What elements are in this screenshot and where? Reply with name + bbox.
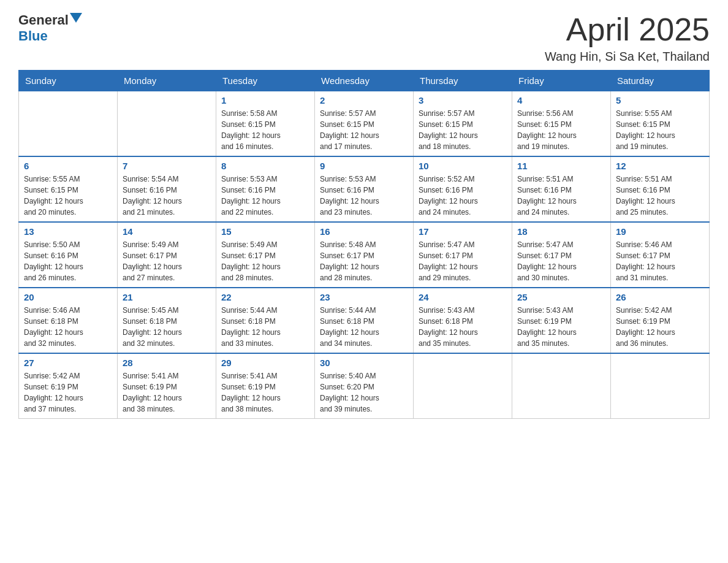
table-row: 6Sunrise: 5:55 AM Sunset: 6:15 PM Daylig… [19,156,118,222]
table-row: 20Sunrise: 5:46 AM Sunset: 6:18 PM Dayli… [19,288,118,353]
day-number: 29 [221,358,309,368]
day-info: Sunrise: 5:45 AM Sunset: 6:18 PM Dayligh… [123,305,211,349]
day-number: 27 [24,358,112,368]
table-row: 3Sunrise: 5:57 AM Sunset: 6:15 PM Daylig… [414,91,512,157]
calendar-week-row: 13Sunrise: 5:50 AM Sunset: 6:16 PM Dayli… [19,222,710,288]
calendar-week-row: 6Sunrise: 5:55 AM Sunset: 6:15 PM Daylig… [19,156,710,222]
table-row: 15Sunrise: 5:49 AM Sunset: 6:17 PM Dayli… [216,222,315,288]
table-row: 7Sunrise: 5:54 AM Sunset: 6:16 PM Daylig… [118,156,216,222]
day-info: Sunrise: 5:47 AM Sunset: 6:17 PM Dayligh… [517,239,605,283]
day-info: Sunrise: 5:55 AM Sunset: 6:15 PM Dayligh… [616,108,704,152]
logo: General Blue [18,12,82,44]
logo-general-text: General [18,12,69,28]
table-row: 24Sunrise: 5:43 AM Sunset: 6:18 PM Dayli… [414,288,512,353]
day-number: 22 [221,292,309,302]
day-info: Sunrise: 5:44 AM Sunset: 6:18 PM Dayligh… [320,305,408,349]
calendar-week-row: 20Sunrise: 5:46 AM Sunset: 6:18 PM Dayli… [19,288,710,353]
table-row [414,353,512,419]
table-row: 8Sunrise: 5:53 AM Sunset: 6:16 PM Daylig… [216,156,315,222]
day-info: Sunrise: 5:49 AM Sunset: 6:17 PM Dayligh… [123,239,211,283]
day-number: 10 [419,161,507,171]
table-row: 23Sunrise: 5:44 AM Sunset: 6:18 PM Dayli… [315,288,414,353]
day-number: 11 [517,161,605,171]
table-row: 11Sunrise: 5:51 AM Sunset: 6:16 PM Dayli… [512,156,611,222]
day-number: 24 [419,292,507,302]
col-friday: Friday [512,71,611,91]
day-number: 17 [419,226,507,237]
day-number: 14 [123,226,211,237]
day-number: 4 [517,95,605,105]
day-number: 16 [320,226,408,237]
day-info: Sunrise: 5:47 AM Sunset: 6:17 PM Dayligh… [419,239,507,283]
calendar-week-row: 1Sunrise: 5:58 AM Sunset: 6:15 PM Daylig… [19,91,710,157]
title-block: April 2025 Wang Hin, Si Sa Ket, Thailand [545,12,710,64]
day-info: Sunrise: 5:40 AM Sunset: 6:20 PM Dayligh… [320,370,408,415]
col-wednesday: Wednesday [315,71,414,91]
calendar-header-row: Sunday Monday Tuesday Wednesday Thursday… [19,71,710,91]
day-number: 2 [320,95,408,105]
table-row [611,353,710,419]
day-info: Sunrise: 5:57 AM Sunset: 6:15 PM Dayligh… [419,108,507,152]
calendar-table: Sunday Monday Tuesday Wednesday Thursday… [18,70,710,419]
table-row: 9Sunrise: 5:53 AM Sunset: 6:16 PM Daylig… [315,156,414,222]
table-row: 1Sunrise: 5:58 AM Sunset: 6:15 PM Daylig… [216,91,315,157]
day-info: Sunrise: 5:53 AM Sunset: 6:16 PM Dayligh… [320,174,408,218]
day-number: 21 [123,292,211,302]
day-info: Sunrise: 5:58 AM Sunset: 6:15 PM Dayligh… [221,108,309,152]
day-number: 13 [24,226,112,237]
day-info: Sunrise: 5:55 AM Sunset: 6:15 PM Dayligh… [24,174,112,218]
table-row [118,91,216,157]
day-info: Sunrise: 5:43 AM Sunset: 6:18 PM Dayligh… [419,305,507,349]
table-row: 16Sunrise: 5:48 AM Sunset: 6:17 PM Dayli… [315,222,414,288]
day-info: Sunrise: 5:51 AM Sunset: 6:16 PM Dayligh… [616,174,704,218]
table-row [512,353,611,419]
day-info: Sunrise: 5:53 AM Sunset: 6:16 PM Dayligh… [221,174,309,218]
day-number: 23 [320,292,408,302]
table-row [19,91,118,157]
day-info: Sunrise: 5:42 AM Sunset: 6:19 PM Dayligh… [616,305,704,349]
col-monday: Monday [118,71,216,91]
day-info: Sunrise: 5:46 AM Sunset: 6:17 PM Dayligh… [616,239,704,283]
table-row: 14Sunrise: 5:49 AM Sunset: 6:17 PM Dayli… [118,222,216,288]
day-info: Sunrise: 5:49 AM Sunset: 6:17 PM Dayligh… [221,239,309,283]
day-number: 7 [123,161,211,171]
table-row: 22Sunrise: 5:44 AM Sunset: 6:18 PM Dayli… [216,288,315,353]
day-number: 30 [320,358,408,368]
table-row: 10Sunrise: 5:52 AM Sunset: 6:16 PM Dayli… [414,156,512,222]
col-tuesday: Tuesday [216,71,315,91]
table-row: 12Sunrise: 5:51 AM Sunset: 6:16 PM Dayli… [611,156,710,222]
day-number: 9 [320,161,408,171]
day-number: 5 [616,95,704,105]
day-number: 8 [221,161,309,171]
table-row: 5Sunrise: 5:55 AM Sunset: 6:15 PM Daylig… [611,91,710,157]
svg-marker-0 [70,13,82,23]
col-saturday: Saturday [611,71,710,91]
location-subtitle: Wang Hin, Si Sa Ket, Thailand [545,50,710,64]
day-info: Sunrise: 5:57 AM Sunset: 6:15 PM Dayligh… [320,108,408,152]
page-header: General Blue April 2025 Wang Hin, Si Sa … [18,12,710,64]
day-number: 15 [221,226,309,237]
table-row: 21Sunrise: 5:45 AM Sunset: 6:18 PM Dayli… [118,288,216,353]
day-number: 18 [517,226,605,237]
table-row: 26Sunrise: 5:42 AM Sunset: 6:19 PM Dayli… [611,288,710,353]
table-row: 29Sunrise: 5:41 AM Sunset: 6:19 PM Dayli… [216,353,315,419]
day-number: 26 [616,292,704,302]
col-sunday: Sunday [19,71,118,91]
day-info: Sunrise: 5:56 AM Sunset: 6:15 PM Dayligh… [517,108,605,152]
table-row: 25Sunrise: 5:43 AM Sunset: 6:19 PM Dayli… [512,288,611,353]
day-info: Sunrise: 5:43 AM Sunset: 6:19 PM Dayligh… [517,305,605,349]
day-number: 28 [123,358,211,368]
day-number: 12 [616,161,704,171]
logo-triangle-icon [70,13,82,25]
day-info: Sunrise: 5:41 AM Sunset: 6:19 PM Dayligh… [221,370,309,415]
day-info: Sunrise: 5:51 AM Sunset: 6:16 PM Dayligh… [517,174,605,218]
day-number: 1 [221,95,309,105]
table-row: 27Sunrise: 5:42 AM Sunset: 6:19 PM Dayli… [19,353,118,419]
day-info: Sunrise: 5:42 AM Sunset: 6:19 PM Dayligh… [24,370,112,415]
day-info: Sunrise: 5:54 AM Sunset: 6:16 PM Dayligh… [123,174,211,218]
col-thursday: Thursday [414,71,512,91]
day-number: 3 [419,95,507,105]
day-number: 6 [24,161,112,171]
day-number: 25 [517,292,605,302]
day-info: Sunrise: 5:44 AM Sunset: 6:18 PM Dayligh… [221,305,309,349]
